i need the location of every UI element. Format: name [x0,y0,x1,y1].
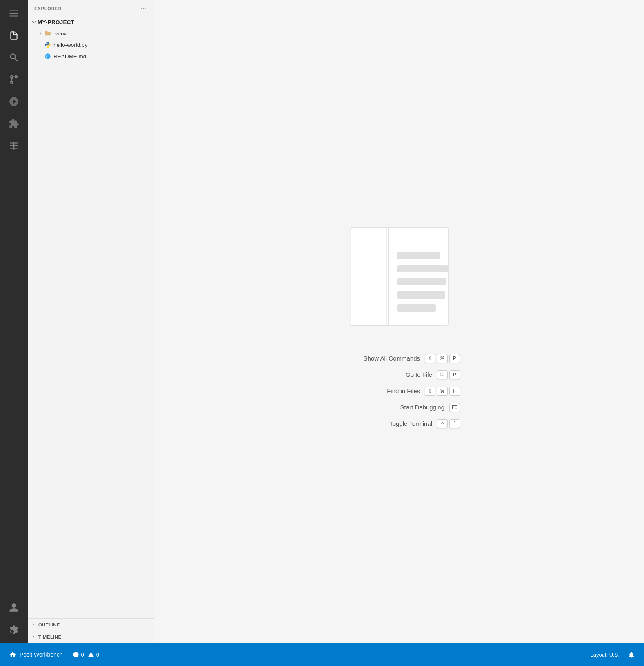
timeline-label: TIMELINE [38,635,62,639]
readme-name: README.md [53,53,86,60]
go-to-file-label: Go to File [351,371,432,378]
svg-rect-17 [397,252,440,259]
shortcut-go-to-file: Go to File ⌘ P [338,370,460,379]
venv-chevron-icon [38,31,44,36]
outline-panel-header[interactable]: OUTLINE [28,619,154,631]
go-to-file-keys: ⌘ P [437,370,460,379]
toggle-terminal-keys: ^ ` [437,419,460,428]
show-all-commands-keys: ⇧ ⌘ P [425,354,460,363]
accounts-icon[interactable] [4,597,24,618]
status-bar-right: Layout: U.S. [588,651,637,658]
outline-chevron-icon [31,622,36,628]
sidebar-title: EXPLORER [34,6,62,11]
find-in-files-keys: ⇧ ⌘ F [425,387,460,396]
warnings-count: 0 [96,652,99,658]
file-tree: MY-PROJECT .venv [28,16,154,618]
menu-icon[interactable] [4,3,24,24]
svg-rect-19 [397,278,446,285]
key-f: F [449,387,460,396]
sidebar-panels: OUTLINE TIMELINE [28,618,154,643]
svg-point-10 [47,43,47,44]
svg-rect-0 [9,10,18,11]
start-debugging-keys: F5 [449,403,460,412]
status-bar-left: Posit Workbench 0 0 [7,651,588,658]
extensions-icon[interactable] [4,113,24,134]
posit-workbench-brand[interactable]: Posit Workbench [7,651,65,658]
project-name: MY-PROJECT [38,19,74,25]
svg-text:i: i [46,55,47,58]
sidebar: EXPLORER ··· MY-PROJECT .venv [28,0,154,643]
main-content: Show All Commands ⇧ ⌘ P Go to File ⌘ P F… [154,0,644,643]
key-ctrl: ^ [437,419,448,428]
toggle-terminal-label: Toggle Terminal [351,420,432,427]
activity-bar [0,0,28,643]
explorer-icon[interactable] [4,25,24,46]
key-p-1: P [449,354,460,363]
brand-label: Posit Workbench [20,651,63,658]
key-p-2: P [449,370,460,379]
svg-point-4 [15,76,17,78]
key-f5: F5 [449,403,460,412]
activity-bar-bottom [4,597,24,643]
key-cmd-2: ⌘ [437,370,448,379]
svg-point-12 [45,53,50,59]
errors-count: 0 [81,652,84,658]
outline-label: OUTLINE [38,622,60,627]
shortcut-find-in-files: Find in Files ⇧ ⌘ F [338,387,460,396]
hello-world-name: hello-world.py [53,42,87,48]
key-shift-1: ⇧ [425,354,435,363]
svg-point-3 [11,81,13,83]
svg-point-11 [48,46,49,47]
svg-rect-15 [350,228,387,325]
layout-label: Layout: U.S. [590,652,620,658]
project-chevron-icon [31,19,38,25]
welcome-illustration [326,215,473,338]
timeline-chevron-icon [31,634,36,640]
svg-rect-2 [9,15,18,16]
status-bar: Posit Workbench 0 0 Layout: U.S. [0,643,644,666]
notification-bell[interactable] [625,651,637,658]
folder-icon [44,30,51,37]
shortcuts-list: Show All Commands ⇧ ⌘ P Go to File ⌘ P F… [338,354,460,428]
errors-status[interactable]: 0 0 [70,651,102,658]
start-debugging-label: Start Debugging [363,404,444,411]
key-backtick: ` [449,419,460,428]
source-control-icon[interactable] [4,69,24,90]
sidebar-header: EXPLORER ··· [28,0,154,16]
project-root[interactable]: MY-PROJECT [28,16,154,28]
venv-name: .venv [53,31,67,37]
shortcut-start-debugging: Start Debugging F5 [338,403,460,412]
timeline-panel-header[interactable]: TIMELINE [28,631,154,643]
sidebar-more-button[interactable]: ··· [139,4,148,13]
hello-world-file[interactable]: hello-world.py [28,39,154,51]
shortcut-toggle-terminal: Toggle Terminal ^ ` [338,419,460,428]
python-file-icon [44,41,51,49]
run-debug-icon[interactable] [4,91,24,112]
key-shift-3: ⇧ [425,387,435,396]
svg-rect-20 [397,291,445,299]
svg-rect-18 [397,265,448,272]
key-cmd-1: ⌘ [437,354,448,363]
show-all-commands-label: Show All Commands [338,355,420,362]
layout-status[interactable]: Layout: U.S. [588,652,622,658]
svg-rect-1 [9,13,18,14]
search-icon[interactable] [4,47,24,68]
readme-file[interactable]: i README.md [28,51,154,62]
settings-icon[interactable] [4,620,24,640]
svg-rect-21 [397,304,436,312]
activity-bar-top [4,3,24,597]
markdown-file-icon: i [44,53,51,60]
key-cmd-3: ⌘ [437,387,448,396]
find-in-files-label: Find in Files [338,387,420,394]
posit-icon[interactable] [4,135,24,156]
shortcut-show-all-commands: Show All Commands ⇧ ⌘ P [338,354,460,363]
venv-folder[interactable]: .venv [28,28,154,39]
